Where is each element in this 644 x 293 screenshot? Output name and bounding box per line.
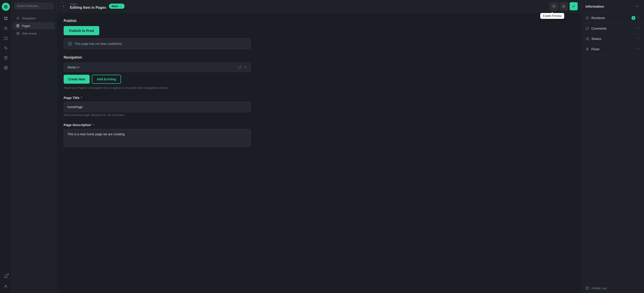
- svg-point-9: [5, 67, 6, 68]
- shares-label: Shares: [591, 37, 601, 41]
- sidebar-items: Navigation Pages Web Article: [12, 12, 56, 39]
- breadcrumb-title: Editing Item in Pages: [70, 6, 106, 10]
- publish-section: Publish Publish to Prod This page has no…: [64, 19, 251, 49]
- settings-icon-btn[interactable]: [2, 64, 10, 72]
- panel-section-comments[interactable]: Comments: [582, 23, 644, 34]
- svg-point-8: [6, 59, 6, 59]
- info-icon: [68, 42, 72, 46]
- notification-icon-btn[interactable]: 1: [2, 272, 10, 280]
- svg-rect-3: [6, 17, 7, 18]
- page-description-section: Page Description * This is a new home pa…: [64, 123, 251, 147]
- publish-info-message: This page has not been published.: [74, 42, 122, 46]
- navigation-input-icons: [238, 66, 247, 69]
- main-area: Pages Editing Item in Pages Main Enable …: [56, 0, 581, 293]
- sidebar: Search Collection... Navigation Pages We…: [12, 0, 56, 293]
- back-button[interactable]: [60, 3, 67, 10]
- help-icon-btn[interactable]: [2, 54, 10, 62]
- branch-label: Main: [112, 5, 118, 8]
- panel-section-flows[interactable]: Flows: [582, 44, 644, 54]
- sidebar-item-pages[interactable]: Pages: [13, 22, 55, 29]
- right-panel: Information Revisions 1: [581, 0, 644, 293]
- shares-chevron: [637, 37, 640, 41]
- delete-button[interactable]: [560, 2, 568, 10]
- web-article-icon: [16, 32, 20, 35]
- svg-rect-5: [6, 19, 7, 20]
- svg-point-26: [588, 39, 589, 40]
- page-title-section: Page Title * homePage Recommended length…: [64, 96, 251, 117]
- svg-line-27: [587, 39, 588, 40]
- branch-badge[interactable]: Main: [109, 4, 125, 9]
- flows-chevron: [637, 47, 640, 51]
- activity-log-label: Activity Log: [591, 286, 606, 290]
- navigation-icon: [16, 16, 20, 20]
- publish-section-title: Publish: [64, 19, 251, 23]
- panel-close-button[interactable]: [634, 4, 640, 9]
- flows-icon: [586, 47, 589, 51]
- svg-marker-29: [586, 48, 589, 51]
- external-link-icon[interactable]: [238, 66, 242, 69]
- svg-line-19: [240, 66, 241, 68]
- sidebar-item-navigation[interactable]: Navigation: [13, 15, 55, 22]
- sidebar-header: Search Collection...: [12, 0, 56, 12]
- comments-label: Comments: [591, 27, 606, 30]
- publish-to-prod-button[interactable]: Publish to Prod: [64, 26, 99, 35]
- chart-icon-btn[interactable]: [2, 44, 10, 52]
- navigation-section-title: Navigation: [64, 55, 251, 60]
- page-title-hint: Recommended length: Between 50 - 60 char…: [64, 114, 251, 117]
- create-new-button[interactable]: Create New: [64, 75, 90, 84]
- svg-point-11: [18, 18, 18, 19]
- panel-section-revisions[interactable]: Revisions 1: [582, 13, 644, 23]
- page-description-textarea[interactable]: This is a new home page we are creating: [64, 129, 251, 147]
- svg-line-28: [587, 38, 588, 39]
- revisions-badge: 1: [632, 16, 636, 20]
- user-avatar-btn[interactable]: [2, 282, 10, 290]
- page-title-label: Page Title *: [64, 96, 251, 100]
- sidebar-item-pages-label: Pages: [22, 24, 30, 28]
- sidebar-item-web-article[interactable]: Web Article: [13, 30, 55, 37]
- breadcrumb-parent: Pages: [70, 3, 106, 6]
- breadcrumb: Pages Editing Item in Pages: [70, 3, 106, 10]
- flows-label: Flows: [591, 47, 600, 51]
- sidebar-item-navigation-label: Navigation: [22, 17, 36, 20]
- panel-header: Information: [582, 0, 644, 13]
- pages-icon: [16, 24, 20, 28]
- app-logo[interactable]: [2, 3, 10, 11]
- revisions-chevron: [637, 16, 640, 20]
- svg-point-1: [5, 6, 6, 8]
- folder-icon-btn[interactable]: [2, 34, 10, 42]
- icon-bar: 1: [0, 0, 12, 293]
- add-existing-button[interactable]: Add Existing: [92, 75, 121, 84]
- svg-point-10: [5, 285, 6, 286]
- navigation-current-value: Home | •: [68, 66, 236, 69]
- save-button[interactable]: [570, 2, 578, 10]
- revisions-icon: [586, 16, 589, 20]
- navigation-hint: Attach your Page to a Navigation item to…: [64, 86, 251, 90]
- sidebar-item-web-article-label: Web Article: [22, 32, 37, 35]
- top-bar-actions: Enable Preview: [550, 2, 578, 10]
- page-title-input[interactable]: homePage: [64, 102, 251, 112]
- comments-chevron: [637, 27, 640, 30]
- users-icon-btn[interactable]: [2, 24, 10, 32]
- notification-badge: 1: [7, 273, 9, 275]
- search-collection-input[interactable]: Search Collection...: [14, 3, 54, 10]
- preview-button[interactable]: [550, 2, 558, 10]
- svg-rect-2: [4, 17, 6, 18]
- navigation-input-row: Home | •: [64, 63, 251, 72]
- activity-log-icon: [586, 286, 589, 290]
- shares-icon: [586, 37, 589, 41]
- svg-point-25: [586, 38, 587, 39]
- navigation-section: Navigation Home | • Create New: [64, 55, 251, 90]
- enable-preview-tooltip: Enable Preview: [540, 13, 564, 19]
- svg-rect-4: [4, 19, 6, 20]
- grid-icon-btn[interactable]: [2, 14, 10, 23]
- panel-section-shares[interactable]: Shares: [582, 34, 644, 44]
- top-bar: Pages Editing Item in Pages Main Enable …: [56, 0, 581, 13]
- revisions-label: Revisions: [591, 16, 605, 20]
- panel-activity-log[interactable]: Activity Log: [582, 283, 644, 293]
- svg-point-15: [554, 6, 554, 7]
- publish-info-banner: This page has not been published.: [64, 38, 251, 49]
- comments-icon: [586, 27, 589, 30]
- clear-icon[interactable]: [244, 66, 247, 69]
- panel-title: Information: [586, 5, 604, 8]
- navigation-buttons: Create New Add Existing: [64, 75, 251, 84]
